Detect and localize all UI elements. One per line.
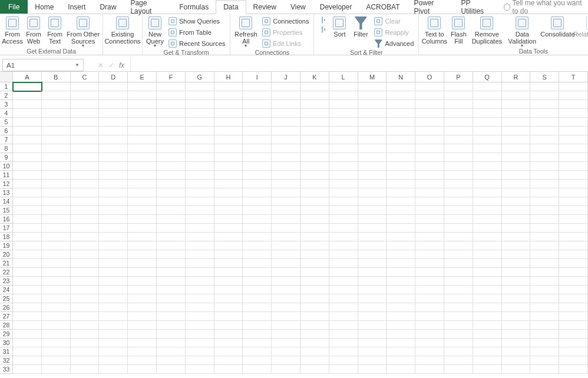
- cell-N32[interactable]: [387, 356, 415, 365]
- cell-G27[interactable]: [186, 312, 214, 321]
- cell-N13[interactable]: [387, 188, 415, 197]
- cell-M14[interactable]: [358, 197, 387, 206]
- cell-R32[interactable]: [502, 356, 531, 365]
- cell-F24[interactable]: [157, 286, 186, 294]
- cell-B1[interactable]: [42, 82, 71, 91]
- cell-N7[interactable]: [387, 135, 415, 144]
- refresh-all-button[interactable]: Refresh All▾: [233, 15, 259, 48]
- cell-H25[interactable]: [214, 294, 243, 303]
- cell-G3[interactable]: [186, 100, 214, 109]
- cell-T33[interactable]: [559, 365, 588, 374]
- cell-I23[interactable]: [243, 277, 272, 286]
- cell-E12[interactable]: [128, 180, 157, 188]
- cell-R20[interactable]: [502, 250, 531, 259]
- cell-F22[interactable]: [157, 268, 186, 277]
- cell-Q8[interactable]: [473, 144, 502, 153]
- cell-L4[interactable]: [329, 109, 358, 118]
- cell-M22[interactable]: [358, 268, 387, 277]
- cell-Q1[interactable]: [473, 82, 502, 91]
- cell-L3[interactable]: [329, 100, 358, 109]
- cell-E14[interactable]: [128, 197, 157, 206]
- cell-Q33[interactable]: [473, 365, 502, 374]
- cell-B5[interactable]: [42, 118, 71, 127]
- from-access-button[interactable]: From Access: [2, 15, 22, 45]
- cell-A26[interactable]: [13, 303, 42, 312]
- cell-L19[interactable]: [329, 241, 358, 250]
- column-header-N[interactable]: N: [387, 72, 415, 82]
- cell-L25[interactable]: [329, 294, 358, 303]
- row-header-21[interactable]: 21: [0, 259, 13, 268]
- cell-S4[interactable]: [530, 109, 559, 118]
- cell-I4[interactable]: [243, 109, 272, 118]
- cell-O31[interactable]: [415, 347, 444, 356]
- cell-T27[interactable]: [559, 312, 588, 321]
- cell-E3[interactable]: [128, 100, 157, 109]
- cell-F9[interactable]: [157, 153, 186, 162]
- cell-J21[interactable]: [272, 259, 300, 268]
- cell-I16[interactable]: [243, 215, 272, 224]
- cell-T21[interactable]: [559, 259, 588, 268]
- cell-O33[interactable]: [415, 365, 444, 374]
- cell-I7[interactable]: [243, 135, 272, 144]
- cell-B22[interactable]: [42, 268, 71, 277]
- cell-D23[interactable]: [99, 277, 128, 286]
- cell-A11[interactable]: [13, 171, 42, 180]
- cell-P4[interactable]: [444, 109, 473, 118]
- cell-S21[interactable]: [530, 259, 559, 268]
- tab-formulas[interactable]: Formulas: [172, 0, 216, 14]
- cell-J33[interactable]: [272, 365, 300, 374]
- remove-duplicates-button[interactable]: Remove Duplicates: [470, 15, 504, 45]
- cell-E5[interactable]: [128, 118, 157, 127]
- cell-L1[interactable]: [329, 82, 358, 91]
- cell-T29[interactable]: [559, 330, 588, 339]
- cell-O15[interactable]: [415, 206, 444, 215]
- cell-K18[interactable]: [300, 233, 329, 241]
- cell-K17[interactable]: [300, 224, 329, 233]
- row-header-27[interactable]: 27: [0, 312, 13, 321]
- cell-E9[interactable]: [128, 153, 157, 162]
- cell-R18[interactable]: [502, 233, 531, 241]
- column-header-F[interactable]: F: [157, 72, 186, 82]
- tell-me-search[interactable]: Tell me what you want to do: [504, 0, 588, 14]
- cell-C15[interactable]: [71, 206, 100, 215]
- cell-B24[interactable]: [42, 286, 71, 294]
- cell-O8[interactable]: [415, 144, 444, 153]
- cell-A12[interactable]: [13, 180, 42, 188]
- cell-T11[interactable]: [559, 171, 588, 180]
- text-to-columns-button[interactable]: Text to Columns: [421, 15, 447, 45]
- cell-S10[interactable]: [530, 162, 559, 171]
- cell-C19[interactable]: [71, 241, 100, 250]
- cell-H16[interactable]: [214, 215, 243, 224]
- cell-O23[interactable]: [415, 277, 444, 286]
- cell-H29[interactable]: [214, 330, 243, 339]
- cell-I1[interactable]: [243, 82, 272, 91]
- cell-K13[interactable]: [300, 188, 329, 197]
- cell-B7[interactable]: [42, 135, 71, 144]
- column-header-P[interactable]: P: [444, 72, 473, 82]
- row-header-9[interactable]: 9: [0, 153, 13, 162]
- cell-I8[interactable]: [243, 144, 272, 153]
- cell-L30[interactable]: [329, 339, 358, 347]
- cell-K11[interactable]: [300, 171, 329, 180]
- cell-T5[interactable]: [559, 118, 588, 127]
- cell-O29[interactable]: [415, 330, 444, 339]
- cell-D26[interactable]: [99, 303, 128, 312]
- cell-K27[interactable]: [300, 312, 329, 321]
- cell-L16[interactable]: [329, 215, 358, 224]
- cell-T7[interactable]: [559, 135, 588, 144]
- cell-J4[interactable]: [272, 109, 300, 118]
- cell-K9[interactable]: [300, 153, 329, 162]
- cell-A33[interactable]: [13, 365, 42, 374]
- cell-F13[interactable]: [157, 188, 186, 197]
- cell-S15[interactable]: [530, 206, 559, 215]
- column-header-H[interactable]: H: [214, 72, 243, 82]
- cell-L17[interactable]: [329, 224, 358, 233]
- cell-B20[interactable]: [42, 250, 71, 259]
- cell-Q11[interactable]: [473, 171, 502, 180]
- cell-Q10[interactable]: [473, 162, 502, 171]
- cell-J25[interactable]: [272, 294, 300, 303]
- cell-F6[interactable]: [157, 127, 186, 135]
- cell-M20[interactable]: [358, 250, 387, 259]
- cell-S3[interactable]: [530, 100, 559, 109]
- cell-G24[interactable]: [186, 286, 214, 294]
